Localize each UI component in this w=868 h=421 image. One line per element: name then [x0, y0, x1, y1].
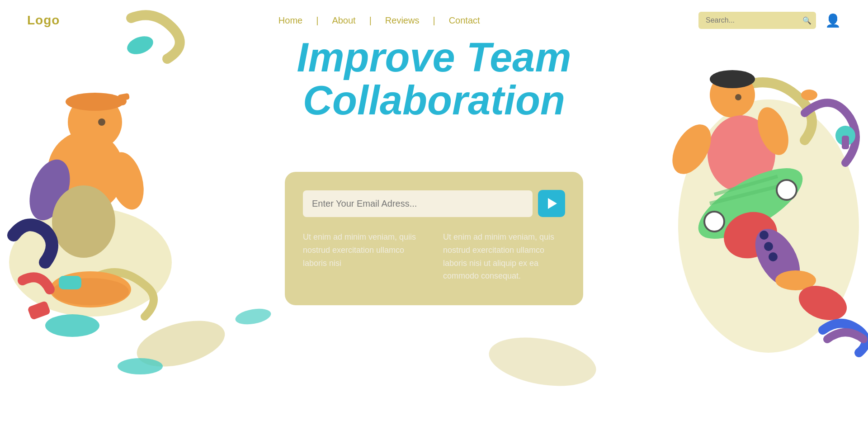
svg-point-28 [717, 204, 784, 265]
svg-point-32 [764, 242, 773, 251]
svg-point-19 [735, 94, 741, 100]
search-input[interactable] [698, 12, 816, 29]
desc-columns: Ut enim ad minim veniam, quiis nostrud e… [303, 231, 565, 283]
svg-rect-15 [27, 301, 51, 321]
svg-point-7 [98, 118, 105, 126]
svg-point-39 [485, 330, 600, 393]
svg-point-12 [52, 278, 129, 305]
search-wrapper: 🔍 [698, 12, 816, 29]
svg-rect-5 [68, 97, 127, 105]
svg-point-27 [777, 180, 797, 200]
svg-point-33 [769, 252, 778, 261]
svg-point-23 [688, 155, 812, 253]
search-button[interactable]: 🔍 [802, 16, 811, 25]
svg-point-34 [835, 126, 855, 146]
desc-left: Ut enim ad minim veniam, quiis nostrud e… [303, 231, 425, 283]
desc-right: Ut enim ad minim veniam, quis nostrud ex… [443, 231, 565, 283]
svg-point-9 [104, 148, 149, 213]
svg-point-22 [752, 103, 794, 159]
svg-point-30 [775, 270, 816, 290]
svg-point-18 [710, 70, 755, 88]
navbar: Logo Home | About | Reviews | Contact 🔍 … [0, 0, 868, 41]
email-box: Ut enim ad minim veniam, quiis nostrud e… [285, 172, 583, 305]
svg-point-36 [801, 90, 817, 100]
svg-point-14 [45, 314, 99, 337]
nav-right: 🔍 👤 [698, 12, 841, 29]
svg-point-26 [704, 212, 724, 232]
nav-home[interactable]: Home [265, 15, 316, 26]
email-row [303, 190, 565, 217]
svg-line-25 [710, 185, 782, 203]
svg-rect-6 [118, 93, 130, 101]
logo: Logo [27, 13, 60, 28]
svg-line-24 [714, 176, 778, 194]
svg-point-31 [760, 231, 769, 240]
hero-title: Improve Team Collaboration [276, 36, 592, 122]
svg-rect-35 [842, 136, 849, 149]
svg-point-17 [710, 72, 755, 118]
svg-point-3 [68, 95, 122, 149]
svg-point-40 [118, 358, 163, 374]
svg-point-11 [50, 271, 131, 307]
nav-contact[interactable]: Contact [435, 15, 494, 26]
svg-point-21 [665, 118, 719, 181]
svg-rect-13 [59, 276, 81, 289]
submit-button[interactable] [538, 190, 565, 217]
svg-point-8 [22, 154, 77, 226]
svg-point-37 [794, 279, 851, 326]
svg-point-4 [66, 93, 124, 111]
svg-point-10 [52, 185, 115, 258]
svg-point-20 [708, 115, 775, 192]
svg-point-38 [132, 312, 230, 375]
nav-about[interactable]: About [318, 15, 369, 26]
email-input[interactable] [303, 190, 533, 217]
svg-point-1 [9, 208, 172, 317]
hero-heading: Improve Team Collaboration [276, 36, 592, 122]
user-icon[interactable]: 👤 [825, 13, 841, 28]
svg-point-29 [746, 221, 809, 294]
svg-point-2 [47, 131, 124, 213]
svg-point-16 [678, 99, 859, 353]
nav-links: Home | About | Reviews | Contact [265, 15, 494, 26]
nav-reviews[interactable]: Reviews [372, 15, 433, 26]
svg-point-41 [234, 306, 272, 326]
